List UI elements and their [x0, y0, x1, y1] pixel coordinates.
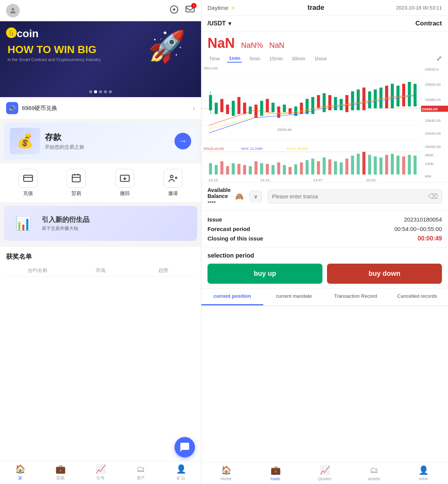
svg-rect-84 [340, 162, 343, 174]
winners-title: 获奖名单 [6, 252, 195, 261]
expand-chart-icon[interactable]: ⤢ [436, 54, 442, 63]
svg-rect-58 [408, 82, 411, 107]
r-nav-quotes[interactable]: 📈 Quotes [300, 465, 349, 481]
issue-section: Issue 202310180054 Forecast period 00:54… [201, 211, 448, 248]
svg-rect-93 [391, 154, 394, 174]
r-nav-assets[interactable]: 🗂 assets [349, 465, 399, 481]
icon-grid: 充值 贸易 撤回 邀请 [0, 163, 201, 202]
deposit-illustration: 💰 [10, 128, 40, 154]
sun-icon: ☀ [231, 5, 236, 11]
withdraw-item[interactable]: 撤回 [115, 169, 134, 197]
nav-trade[interactable]: 💼 贸易 [40, 464, 80, 481]
svg-rect-33 [266, 99, 269, 112]
r-nav-home[interactable]: 🏠 Home [201, 465, 251, 481]
svg-rect-44 [328, 95, 331, 110]
trade-nav-icon: 💼 [55, 464, 66, 474]
trade-item[interactable]: 贸易 [67, 169, 86, 197]
invite-item[interactable]: 邀请 [163, 169, 182, 197]
tab-current-mandate[interactable]: current mandate [263, 289, 325, 305]
svg-rect-41 [311, 97, 314, 114]
svg-rect-30 [249, 107, 252, 114]
banner-dots [89, 90, 112, 93]
svg-rect-32 [260, 101, 263, 116]
svg-rect-92 [385, 155, 388, 174]
dot-3[interactable] [99, 90, 102, 93]
svg-text:240K: 240K [425, 162, 434, 166]
tab-1hour[interactable]: 1hour [313, 55, 329, 62]
issue-label: Issue [207, 216, 222, 223]
dot-5[interactable] [109, 90, 112, 93]
deposit-button[interactable]: → [174, 133, 191, 149]
balance-dropdown[interactable]: ∨ [250, 191, 262, 202]
deposit-text: 存款 开始您的交易之旅 [45, 132, 170, 151]
right-top-bar: Daytime ☀ trade 2023-10-18 00:53:11 [201, 0, 448, 16]
chat-fab-button[interactable] [174, 437, 195, 457]
tab-15min[interactable]: 15min [268, 55, 284, 62]
promo-banner: 📊 引入新的衍生品 易于交易并赚大钱 [4, 206, 197, 241]
r-trade-icon: 💼 [270, 465, 281, 475]
svg-text:14:31: 14:31 [260, 178, 270, 182]
r-nav-mine[interactable]: 👤 mine [399, 465, 448, 481]
dot-4[interactable] [104, 90, 107, 93]
withdraw-icon [115, 169, 134, 188]
download-icon[interactable] [169, 5, 179, 17]
dot-2[interactable] [94, 90, 97, 93]
col-trend: 趋势 [132, 267, 195, 274]
tab-cancelled-records[interactable]: Cancelled records [387, 289, 448, 305]
tab-30min[interactable]: 30min [290, 55, 307, 62]
tab-transaction-record[interactable]: Transaction Record [325, 289, 387, 305]
svg-rect-71 [266, 164, 269, 174]
dot-1[interactable] [89, 90, 92, 93]
svg-rect-87 [357, 154, 360, 174]
tab-time[interactable]: Time [207, 55, 221, 62]
svg-rect-55 [391, 84, 394, 108]
svg-rect-21 [209, 95, 212, 110]
trade-label: 贸易 [71, 190, 81, 197]
dropdown-icon: ▼ [227, 20, 233, 27]
buy-up-button[interactable]: buy up [207, 264, 322, 284]
r-assets-label: assets [368, 476, 380, 481]
eye-icon[interactable]: 🙈 [235, 192, 244, 201]
clear-input-icon[interactable]: ⌫ [428, 192, 438, 201]
r-nav-trade[interactable]: 💼 trade [251, 465, 300, 481]
transaction-input[interactable] [272, 193, 428, 200]
pair-selector[interactable]: /USDT ▼ [207, 20, 233, 27]
price-main: NaN [207, 35, 235, 51]
promo-subtitle: 易于交易并赚大钱 [42, 225, 90, 232]
nav-trade-label: 贸易 [56, 475, 64, 481]
forecast-value: 00:54:00~00:55:00 [394, 226, 442, 232]
svg-rect-67 [243, 165, 246, 174]
assets-icon: 🗂 [137, 464, 145, 474]
recharge-icon [19, 169, 38, 188]
tab-current-position[interactable]: current position [201, 289, 263, 305]
r-home-icon: 🏠 [221, 465, 231, 475]
avatar[interactable] [6, 4, 20, 17]
svg-rect-86 [351, 156, 354, 174]
contract-label: Contract [415, 20, 442, 27]
nav-mine[interactable]: 👤 矿山 [161, 464, 201, 481]
buy-down-button[interactable]: buy down [327, 264, 442, 284]
banner-headline1: HOW TO WIN BIG [8, 44, 101, 56]
svg-text:29480.00: 29480.00 [425, 97, 441, 102]
hero-banner: 🅖coin HOW TO WIN BIG in the Smart Contra… [0, 21, 201, 97]
svg-rect-24 [215, 103, 218, 114]
trade-icon [67, 169, 86, 188]
nav-quotes[interactable]: 📈 引号 [80, 464, 121, 481]
nav-assets[interactable]: 🗂 资产 [121, 464, 161, 481]
coin-exchange-bar[interactable]: 🔊 6969硬币兑换 › [0, 97, 201, 119]
svg-rect-49 [357, 90, 360, 110]
svg-text:29400.00: 29400.00 [425, 145, 441, 149]
transaction-input-wrap: ⌫ [268, 190, 442, 203]
nav-home[interactable]: 🏠 家 [0, 464, 40, 481]
svg-rect-78 [306, 160, 309, 174]
svg-rect-43 [323, 93, 326, 112]
svg-text:360K: 360K [425, 153, 434, 157]
svg-text:29420.00: 29420.00 [425, 131, 441, 135]
banner-text: HOW TO WIN BIG in the Smart Contract and… [8, 44, 101, 62]
recharge-item[interactable]: 充值 [19, 169, 38, 197]
svg-rect-68 [249, 166, 252, 174]
tab-1min[interactable]: 1min [227, 55, 242, 63]
message-icon[interactable]: 1 [185, 5, 195, 17]
tab-5min[interactable]: 5min [248, 55, 262, 62]
svg-rect-82 [328, 159, 331, 174]
